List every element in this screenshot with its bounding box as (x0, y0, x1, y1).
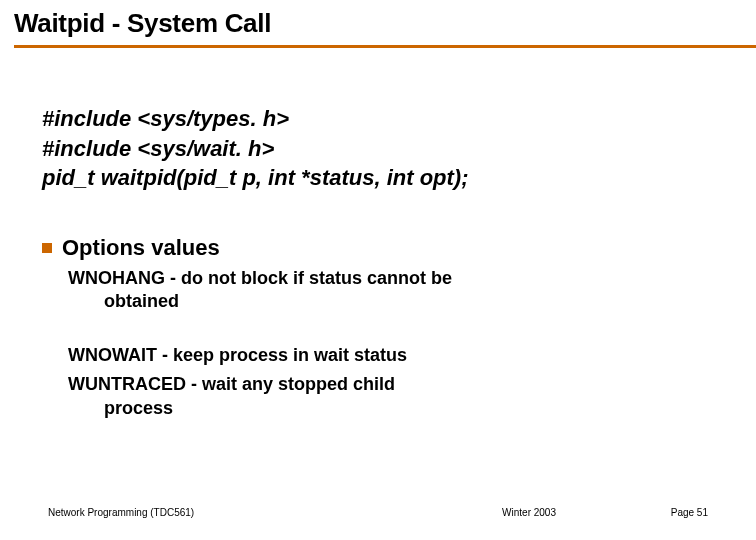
footer-center: Winter 2003 (502, 507, 556, 518)
option-desc: - do not block if status cannot be (170, 268, 452, 288)
option-desc-cont: process (68, 397, 588, 420)
title-block: Waitpid - System Call (0, 0, 756, 43)
option-name: WUNTRACED (68, 374, 186, 394)
code-line: #include <sys/types. h> (42, 104, 756, 134)
bullet-icon (42, 243, 52, 253)
slide-title: Waitpid - System Call (14, 8, 742, 39)
footer-left: Network Programming (TDC561) (48, 507, 194, 518)
title-underline (14, 45, 756, 48)
option-item: WUNTRACED - wait any stopped child proce… (68, 373, 588, 420)
footer-right: Page 51 (671, 507, 708, 518)
option-name: WNOHANG (68, 268, 165, 288)
code-line: #include <sys/wait. h> (42, 134, 756, 164)
option-item: WNOHANG - do not block if status cannot … (68, 267, 588, 314)
option-desc: - keep process in wait status (162, 345, 407, 365)
option-name: WNOWAIT (68, 345, 157, 365)
bullet-row: Options values (42, 235, 756, 261)
bullet-heading: Options values (62, 235, 220, 261)
option-item: WNOWAIT - keep process in wait status (68, 344, 588, 367)
option-desc: - wait any stopped child (191, 374, 395, 394)
slide: Waitpid - System Call #include <sys/type… (0, 0, 756, 540)
footer: Network Programming (TDC561) Winter 2003… (0, 507, 756, 518)
code-line: pid_t waitpid(pid_t p, int *status, int … (42, 163, 756, 193)
code-block: #include <sys/types. h> #include <sys/wa… (42, 104, 756, 193)
spacer (0, 314, 756, 338)
option-desc-cont: obtained (68, 290, 588, 313)
